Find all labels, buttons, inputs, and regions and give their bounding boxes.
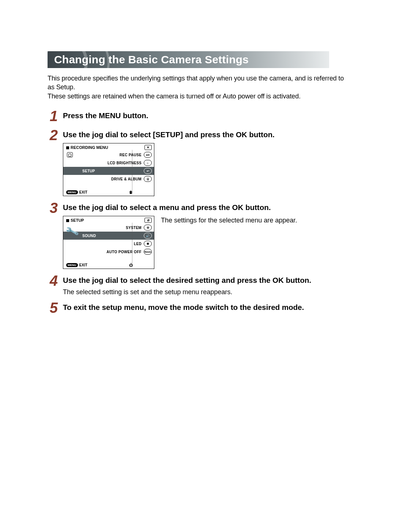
- led-icon: ✺: [144, 241, 152, 247]
- step: 2 Use the jog dial to select [SETUP] and…: [48, 128, 351, 196]
- lcd-menu-row: AUTO POWER OFF 5min: [63, 248, 154, 256]
- step-heading: Use the jog dial to select a menu and pr…: [63, 203, 351, 212]
- page-title-banner: Changing the Basic Camera Settings: [48, 51, 329, 68]
- lcd-title: SETUP: [71, 218, 84, 222]
- step-heading: Press the MENU button.: [63, 111, 351, 120]
- step-number: 5: [48, 300, 58, 315]
- lcd-menu-row: LCD BRIGHTNESS ☼: [63, 159, 154, 167]
- steps-list: 1 Press the MENU button. 2 Use the jog d…: [48, 109, 351, 315]
- lcd-row-label: SETUP: [75, 169, 144, 173]
- lcd-footer: MENU EXIT 🗑: [66, 190, 133, 194]
- lcd-footer: MENU EXIT ⏻: [66, 263, 133, 267]
- drive-album-icon: ⌸: [144, 176, 152, 182]
- lcd-row-label: DRIVE & ALBUM: [75, 177, 144, 181]
- step-number: 1: [48, 109, 58, 123]
- lcd-row-label: SOUND: [75, 234, 144, 238]
- trash-icon: 🗑: [129, 190, 133, 194]
- menu-pill: MENU: [66, 263, 78, 267]
- step-heading: To exit the setup menu, move the mode sw…: [63, 303, 351, 312]
- lcd-row-label: AUTO POWER OFF: [75, 250, 144, 254]
- step: 1 Press the MENU button.: [48, 109, 351, 123]
- page-title: Changing the Basic Camera Settings: [54, 53, 249, 66]
- lcd-row-label: REC PAUSE: [75, 153, 144, 157]
- step: 3 Use the jog dial to select a menu and …: [48, 201, 351, 269]
- step-number: 2: [48, 128, 58, 196]
- step: 5 To exit the setup menu, move the mode …: [48, 300, 351, 315]
- step-heading: Use the jog dial to select [SETUP] and p…: [63, 130, 351, 139]
- lcd-menu-row: DRIVE & ALBUM ⌸: [63, 175, 154, 183]
- step-number: 4: [48, 273, 58, 296]
- lcd-menu-row-selected: SETUP ↩: [63, 167, 154, 175]
- thumbnail-icon: [67, 152, 73, 157]
- lcd-row-label: LCD BRIGHTNESS: [75, 161, 144, 165]
- camera-crossed-icon: ✕: [144, 145, 152, 150]
- lcd-screenshot-recording-menu: RECORDING MENU ✕ REC PAUSE ●II LCD BRIGH…: [63, 143, 154, 196]
- step-number: 3: [48, 201, 58, 269]
- brightness-icon: ☼: [144, 160, 152, 166]
- sound-icon: 🔊: [144, 233, 152, 239]
- lcd-row-label: SYSTEM: [75, 226, 144, 230]
- step-side-note: The settings for the selected menu are a…: [161, 216, 297, 224]
- lcd-exit-label: EXIT: [79, 190, 87, 194]
- step-heading: Use the jog dial to select the desired s…: [63, 276, 351, 285]
- camera-icon: ⎚: [144, 218, 152, 223]
- lcd-menu-row: LED ✺: [63, 240, 154, 248]
- intro-paragraph: These settings are retained when the cam…: [48, 92, 351, 101]
- menu-pill: MENU: [66, 190, 78, 194]
- intro-block: This procedure specifies the underlying …: [48, 74, 351, 101]
- lcd-menu-row: REC PAUSE ●II: [63, 151, 154, 159]
- rec-pause-icon: ●II: [144, 152, 152, 158]
- lcd-exit-label: EXIT: [79, 263, 87, 267]
- step-note: The selected setting is set and the setu…: [63, 288, 351, 296]
- auto-power-off-icon: 5min: [144, 249, 152, 255]
- step: 4 Use the jog dial to select the desired…: [48, 273, 351, 296]
- intro-paragraph: This procedure specifies the underlying …: [48, 74, 351, 92]
- lcd-screenshot-setup-menu: SETUP ⎚ 🔧 SYSTEM ⚙ SOUND 🔊: [63, 216, 154, 269]
- setup-icon: ↩: [144, 168, 152, 174]
- lcd-title: RECORDING MENU: [71, 145, 108, 150]
- system-icon: ⚙: [144, 225, 152, 231]
- power-icon: ⏻: [129, 263, 133, 267]
- lcd-row-label: LED: [75, 242, 144, 246]
